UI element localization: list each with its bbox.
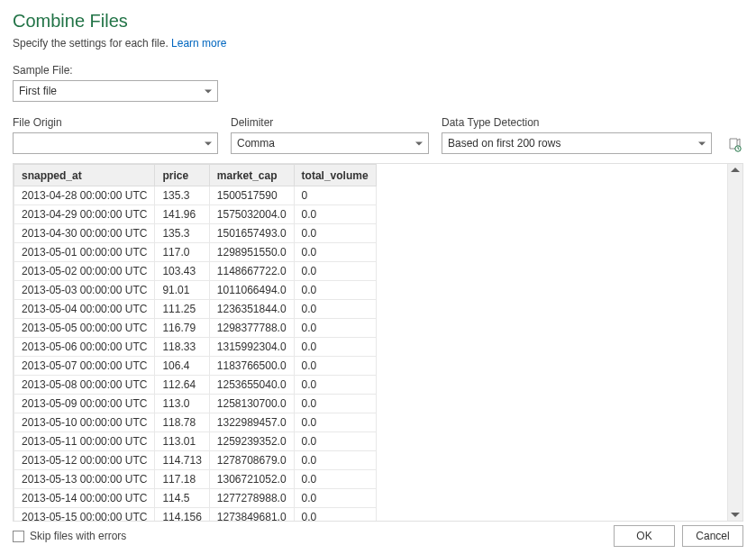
table-cell: 2013-05-06 00:00:00 UTC — [14, 338, 155, 357]
table-cell: 135.3 — [155, 186, 209, 205]
cancel-button[interactable]: Cancel — [682, 525, 743, 547]
table-cell: 112.64 — [155, 376, 209, 395]
table-cell: 1306721052.0 — [209, 470, 294, 489]
table-cell: 1011066494.0 — [209, 281, 294, 300]
table-row[interactable]: 2013-05-13 00:00:00 UTC117.181306721052.… — [14, 470, 377, 489]
table-cell: 117.18 — [155, 470, 209, 489]
table-row[interactable]: 2013-05-12 00:00:00 UTC114.7131278708679… — [14, 451, 377, 470]
table-cell: 116.79 — [155, 319, 209, 338]
table-cell: 1183766500.0 — [209, 357, 294, 376]
column-header[interactable]: price — [155, 165, 209, 186]
table-row[interactable]: 2013-04-28 00:00:00 UTC135.315005175900 — [14, 186, 377, 205]
table-row[interactable]: 2013-05-02 00:00:00 UTC103.431148667722.… — [14, 262, 377, 281]
table-row[interactable]: 2013-05-06 00:00:00 UTC118.331315992304.… — [14, 338, 377, 357]
delimiter-dropdown[interactable]: Comma — [231, 132, 429, 154]
table-row[interactable]: 2013-05-08 00:00:00 UTC112.641253655040.… — [14, 376, 377, 395]
table-row[interactable]: 2013-04-30 00:00:00 UTC135.31501657493.0… — [14, 224, 377, 243]
table-cell: 0.0 — [294, 451, 376, 470]
detection-value: Based on first 200 rows — [448, 137, 560, 150]
table-cell: 1298377788.0 — [209, 319, 294, 338]
sample-file-dropdown[interactable]: First file — [13, 80, 218, 102]
table-cell: 0.0 — [294, 319, 376, 338]
column-header[interactable]: market_cap — [209, 165, 294, 186]
detection-label: Data Type Detection — [442, 116, 712, 129]
table-cell: 118.78 — [155, 413, 209, 432]
table-cell: 114.5 — [155, 489, 209, 508]
checkbox-box — [13, 531, 24, 542]
file-origin-dropdown[interactable] — [13, 132, 218, 154]
table-row[interactable]: 2013-05-05 00:00:00 UTC116.791298377788.… — [14, 319, 377, 338]
skip-errors-label: Skip files with errors — [30, 530, 126, 542]
table-cell: 0.0 — [294, 489, 376, 508]
table-row[interactable]: 2013-05-03 00:00:00 UTC91.011011066494.0… — [14, 281, 377, 300]
dialog-title: Combine Files — [13, 11, 743, 32]
chevron-down-icon — [205, 141, 212, 145]
table-cell: 1148667722.0 — [209, 262, 294, 281]
table-cell: 2013-04-30 00:00:00 UTC — [14, 224, 155, 243]
table-row[interactable]: 2013-05-10 00:00:00 UTC118.781322989457.… — [14, 413, 377, 432]
table-cell: 0.0 — [294, 357, 376, 376]
table-cell: 0.0 — [294, 300, 376, 319]
detection-dropdown[interactable]: Based on first 200 rows — [442, 132, 712, 154]
table-cell: 2013-05-02 00:00:00 UTC — [14, 262, 155, 281]
table-row[interactable]: 2013-05-07 00:00:00 UTC106.41183766500.0… — [14, 357, 377, 376]
table-cell: 1500517590 — [209, 186, 294, 205]
ok-button[interactable]: OK — [614, 525, 675, 547]
table-cell: 1258130700.0 — [209, 395, 294, 413]
preview-table: snapped_atpricemarket_captotal_volume 20… — [14, 164, 377, 521]
table-row[interactable]: 2013-05-04 00:00:00 UTC111.251236351844.… — [14, 300, 377, 319]
table-cell: 2013-05-07 00:00:00 UTC — [14, 357, 155, 376]
table-cell: 0.0 — [294, 281, 376, 300]
table-cell: 103.43 — [155, 262, 209, 281]
file-origin-label: File Origin — [13, 116, 218, 129]
table-cell: 2013-04-29 00:00:00 UTC — [14, 205, 155, 224]
table-cell: 1278708679.0 — [209, 451, 294, 470]
table-cell: 2013-05-05 00:00:00 UTC — [14, 319, 155, 338]
table-cell: 0.0 — [294, 432, 376, 451]
scroll-up-icon[interactable] — [731, 168, 740, 172]
table-cell: 0.0 — [294, 395, 376, 413]
refresh-icon[interactable] — [727, 138, 743, 154]
scroll-down-icon[interactable] — [731, 513, 740, 517]
column-header[interactable]: total_volume — [294, 165, 376, 186]
table-cell: 2013-04-28 00:00:00 UTC — [14, 186, 155, 205]
table-cell: 1259239352.0 — [209, 432, 294, 451]
table-cell: 113.01 — [155, 432, 209, 451]
delimiter-value: Comma — [237, 137, 275, 150]
table-row[interactable]: 2013-05-01 00:00:00 UTC117.01298951550.0… — [14, 243, 377, 262]
table-cell: 135.3 — [155, 224, 209, 243]
table-cell: 114.713 — [155, 451, 209, 470]
table-cell: 0.0 — [294, 470, 376, 489]
table-cell: 106.4 — [155, 357, 209, 376]
table-cell: 1236351844.0 — [209, 300, 294, 319]
table-cell: 0.0 — [294, 262, 376, 281]
table-cell: 0.0 — [294, 224, 376, 243]
vertical-scrollbar[interactable] — [727, 164, 742, 521]
skip-errors-checkbox[interactable]: Skip files with errors — [13, 530, 126, 542]
table-row[interactable]: 2013-05-14 00:00:00 UTC114.51277278988.0… — [14, 489, 377, 508]
table-cell: 91.01 — [155, 281, 209, 300]
learn-more-link[interactable]: Learn more — [171, 37, 226, 50]
chevron-down-icon — [415, 141, 423, 145]
table-cell: 0.0 — [294, 338, 376, 357]
table-cell: 111.25 — [155, 300, 209, 319]
table-cell: 118.33 — [155, 338, 209, 357]
table-row[interactable]: 2013-05-11 00:00:00 UTC113.011259239352.… — [14, 432, 377, 451]
table-cell: 2013-05-14 00:00:00 UTC — [14, 489, 155, 508]
table-cell: 2013-05-08 00:00:00 UTC — [14, 376, 155, 395]
subtitle-text: Specify the settings for each file. — [13, 37, 171, 50]
table-row[interactable]: 2013-04-29 00:00:00 UTC141.961575032004.… — [14, 205, 377, 224]
column-header[interactable]: snapped_at — [14, 165, 155, 186]
table-cell: 1575032004.0 — [209, 205, 294, 224]
table-cell: 2013-05-11 00:00:00 UTC — [14, 432, 155, 451]
table-cell: 2013-05-13 00:00:00 UTC — [14, 470, 155, 489]
table-row[interactable]: 2013-05-09 00:00:00 UTC113.01258130700.0… — [14, 395, 377, 413]
dialog-subtitle: Specify the settings for each file. Lear… — [13, 37, 743, 50]
table-cell: 1501657493.0 — [209, 224, 294, 243]
table-cell: 117.0 — [155, 243, 209, 262]
table-cell: 2013-05-12 00:00:00 UTC — [14, 451, 155, 470]
table-cell: 1277278988.0 — [209, 489, 294, 508]
sample-file-label: Sample File: — [13, 64, 743, 77]
chevron-down-icon — [698, 141, 706, 145]
preview-table-area: snapped_atpricemarket_captotal_volume 20… — [13, 163, 743, 522]
